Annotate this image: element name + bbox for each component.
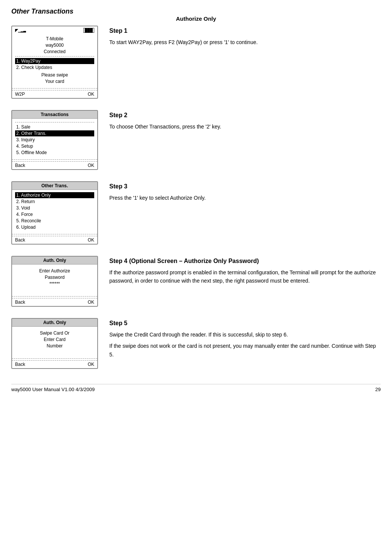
terminal-extra-line [15,71,94,72]
terminal-footer-ok[interactable]: OK [88,92,94,97]
step-label-4: Step 4 (Optional Screen – Authorize Only… [109,258,381,265]
step-paragraph: Swipe the Credit Card through the reader… [109,330,381,339]
step-label-1: Step 1 [109,28,381,34]
terminal-footer: BackOK [12,161,97,169]
step-text-4: Step 4 (Optional Screen – Authorize Only… [109,256,381,288]
step-row-5: Auth. OnlySwipe Card OrEnter CardNumberB… [11,318,381,369]
terminal-footer-ok[interactable]: OK [88,163,94,168]
terminal-line: way5000 [15,42,94,48]
step-description-5: Swipe the Credit Card through the reader… [109,330,381,359]
terminal-menu-item[interactable]: 1. Sale [15,124,94,130]
terminal-menu-item-selected[interactable]: 1. Authorize Only [15,192,94,198]
terminal-footer-back[interactable]: Back [15,362,25,367]
terminal-4: Auth. OnlyEnter AuthorizePassword******B… [11,256,98,307]
terminal-footer: W2POK [12,90,97,98]
signal-icon: ◤▁▂▃ [15,28,26,33]
step-text-5: Step 5Swipe the Credit Card through the … [109,318,381,362]
terminal-header: Auth. Only [12,257,97,265]
step-label-3: Step 3 [109,183,381,190]
terminal-2: Transactions1. Sale2. Other Trans.3. Inq… [11,110,98,170]
step-description-1: To start WAY2Pay, press F2 (Way2Pay) or … [109,38,381,46]
step-description-4: If the authorize password prompt is enab… [109,268,381,285]
terminal-menu-item[interactable]: 6. Upload [15,224,94,230]
terminal-menu-item[interactable]: 4. Force [15,211,94,217]
terminal-extra-line: Please swipe [15,72,94,78]
terminal-center-line: ****** [15,281,94,287]
step-paragraph: If the swipe does not work or the card i… [109,342,381,359]
step-row-4: Auth. OnlyEnter AuthorizePassword******B… [11,256,381,307]
terminal-header: Transactions [12,111,97,119]
terminal-footer-back[interactable]: W2P [15,92,25,97]
terminal-center-line: Password [15,274,94,280]
terminal-3: Other Trans.1. Authorize Only2. Return3.… [11,181,98,245]
terminal-footer: BackOK [12,298,97,306]
terminal-center-line: Enter Card [15,336,94,343]
section-subtitle: Authorize Only [11,15,381,22]
terminal-footer-ok[interactable]: OK [88,237,94,243]
terminal-center-line: Enter Authorize [15,268,94,274]
terminal-body: T-Mobileway5000Connected1. Way2Pay2. Che… [12,34,97,87]
terminal-line: T-Mobile [15,36,94,42]
terminal-center-line [15,329,94,330]
terminal-1: ◤▁▂▃███T-Mobileway5000Connected1. Way2Pa… [11,26,98,99]
terminal-header: Auth. Only [12,319,97,327]
step-paragraph: Press the '1' key to select Authorize On… [109,194,381,202]
battery-icon: ███ [83,28,94,33]
terminal-body: 1. Authorize Only2. Return3. Void4. Forc… [12,190,97,232]
terminal-center-line: Number [15,343,94,349]
terminal-menu-item[interactable]: 4. Setup [15,143,94,149]
step-label-5: Step 5 [109,320,381,327]
terminal-menu-item-selected[interactable]: 2. Other Trans. [15,130,94,136]
terminal-menu-item[interactable]: 2. Return [15,199,94,205]
terminal-footer-ok[interactable]: OK [88,300,94,305]
terminal-footer: BackOK [12,360,97,368]
page-header: Other Transactions Authorize Only [11,8,381,22]
step-description-3: Press the '1' key to select Authorize On… [109,194,381,202]
step-paragraph: To start WAY2Pay, press F2 (Way2Pay) or … [109,38,381,46]
step-paragraph: If the authorize password prompt is enab… [109,268,381,285]
page-title: Other Transactions [11,8,381,15]
terminal-body: Enter AuthorizePassword****** [12,265,97,295]
terminal-5: Auth. OnlySwipe Card OrEnter CardNumberB… [11,318,98,369]
step-text-2: Step 2To choose Other Transactions, pres… [109,110,381,134]
terminal-menu-item[interactable]: 5. Offline Mode [15,150,94,156]
terminal-menu-item-selected[interactable]: 1. Way2Pay [15,58,94,64]
footer-page-number: 29 [375,387,381,392]
step-text-3: Step 3Press the '1' key to select Author… [109,181,381,205]
step-description-2: To choose Other Transactions, press the … [109,122,381,131]
step-row-1: ◤▁▂▃███T-Mobileway5000Connected1. Way2Pa… [11,26,381,99]
page-footer: way5000 User Manual V1.00 4/3/2009 29 [11,384,381,392]
terminal-top-icons: ◤▁▂▃███ [12,26,97,34]
footer-left: way5000 User Manual V1.00 4/3/2009 [11,387,95,392]
terminal-header: Other Trans. [12,182,97,190]
terminal-body: Swipe Card OrEnter CardNumber [12,327,97,357]
step-label-2: Step 2 [109,112,381,119]
step-paragraph: To choose Other Transactions, press the … [109,122,381,131]
terminal-footer-back[interactable]: Back [15,237,25,243]
terminal-line: Connected [15,49,94,55]
terminal-footer-back[interactable]: Back [15,300,25,305]
terminal-center-line [15,267,94,268]
terminal-footer: BackOK [12,236,97,244]
terminal-menu-item[interactable]: 3. Inquiry [15,137,94,143]
step-row-2: Transactions1. Sale2. Other Trans.3. Inq… [11,110,381,170]
terminal-menu-item[interactable]: 5. Reconcile [15,218,94,224]
step-row-3: Other Trans.1. Authorize Only2. Return3.… [11,181,381,245]
terminal-menu-item[interactable]: 3. Void [15,205,94,211]
step-text-1: Step 1To start WAY2Pay, press F2 (Way2Pa… [109,26,381,49]
terminal-center-line: Swipe Card Or [15,330,94,336]
terminal-footer-ok[interactable]: OK [88,362,94,367]
terminal-body: 1. Sale2. Other Trans.3. Inquiry4. Setup… [12,119,97,158]
content-area: ◤▁▂▃███T-Mobileway5000Connected1. Way2Pa… [11,26,381,369]
terminal-extra-line: Your card [15,78,94,84]
terminal-footer-back[interactable]: Back [15,163,25,168]
terminal-menu-item[interactable]: 2. Check Updates [15,64,94,70]
